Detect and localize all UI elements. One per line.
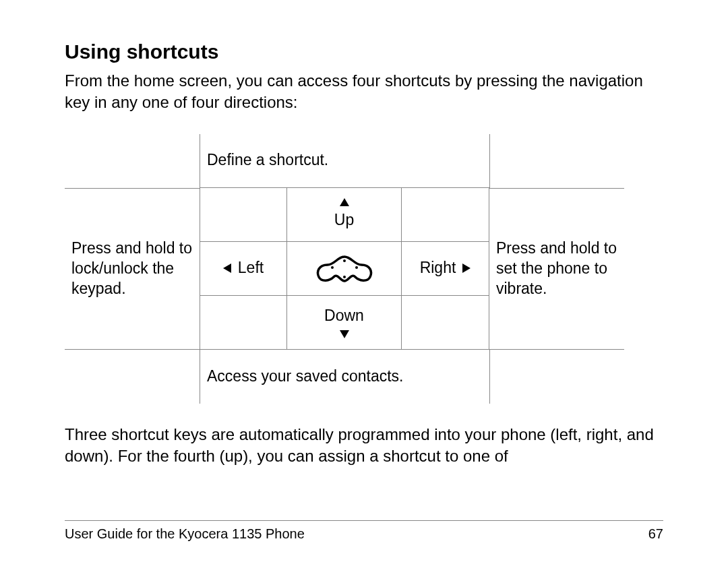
diagram-right-note: Press and hold to set the phone to vibra…: [489, 242, 624, 296]
diagram-left-note: Press and hold to lock/unlock the keypad…: [65, 242, 200, 296]
arrow-left-icon: [223, 263, 231, 273]
arrow-right-icon: [462, 263, 471, 273]
footer-page-number: 67: [648, 526, 663, 542]
svg-point-3: [343, 276, 346, 278]
diagram-bottom-label: Access your saved contacts.: [200, 350, 489, 404]
intro-paragraph: From the home screen, you can access fou…: [65, 70, 663, 114]
diagram-up-cell: Up: [287, 188, 402, 242]
diagram-right-cell: Right: [402, 242, 489, 296]
svg-point-0: [331, 266, 334, 269]
diagram-up-label: Up: [334, 210, 354, 230]
page-footer: User Guide for the Kyocera 1135 Phone 67: [65, 520, 663, 542]
diagram-down-cell: Down: [287, 296, 402, 350]
svg-point-1: [355, 266, 358, 269]
shortcut-diagram: Define a shortcut. Up Press and hold to …: [65, 134, 663, 404]
diagram-left-cell: Left: [200, 242, 287, 296]
diagram-top-label: Define a shortcut.: [200, 134, 489, 188]
arrow-up-icon: [340, 198, 349, 206]
section-heading: Using shortcuts: [65, 40, 663, 63]
arrow-down-icon: [340, 330, 349, 338]
diagram-nav-icon-cell: [287, 242, 402, 296]
navigation-key-icon: [311, 251, 378, 285]
diagram-right-label: Right: [420, 258, 456, 278]
diagram-left-label: Left: [238, 258, 264, 278]
diagram-down-label: Down: [324, 306, 364, 326]
svg-point-2: [343, 259, 346, 262]
after-paragraph: Three shortcut keys are automatically pr…: [65, 424, 663, 468]
footer-title: User Guide for the Kyocera 1135 Phone: [65, 526, 305, 542]
